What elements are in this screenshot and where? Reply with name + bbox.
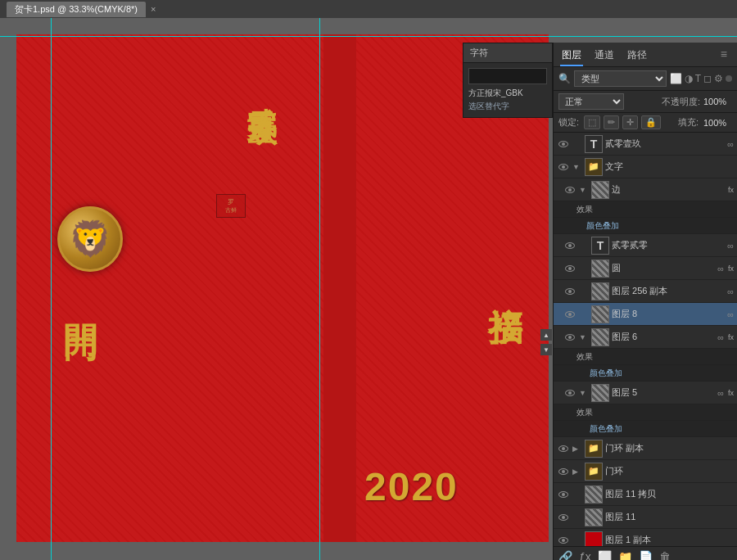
select-range-option[interactable]: 选区替代字 (468, 101, 547, 112)
layer-item[interactable]: ▼ 📁 文字 (554, 156, 737, 178)
layer-visibility-toggle[interactable] (563, 262, 576, 275)
layer-expand-toggle[interactable]: ▶ (572, 445, 582, 453)
layer-smart-icon: ∞ (727, 309, 734, 319)
layer-fx-icon: fx (728, 333, 734, 341)
fill-value[interactable]: 100% (703, 118, 732, 128)
lock-icons: ⬚ ✏ ✛ 🔒 (584, 115, 661, 129)
layer-visibility-toggle[interactable] (563, 285, 576, 298)
link-layers-button[interactable]: 🔗 (558, 550, 572, 560)
document-canvas: 贰零壹玖 罗 古鲜 🦁 開門 接福 2020 字符 方正报宋_GBK 选区替代字 (0, 18, 737, 560)
tab-close-button[interactable]: × (151, 4, 156, 14)
layer-item[interactable]: 图层 11 拷贝 (554, 483, 737, 506)
door-knocker-face-icon: 🦁 (69, 222, 111, 256)
lock-label: 锁定: (558, 116, 579, 129)
layer-name-label: 图层 6 (612, 331, 715, 343)
layer-expand-toggle[interactable]: ▼ (572, 163, 582, 171)
card-front: 贰零壹玖 罗 古鲜 🦁 開門 (16, 34, 328, 542)
title-bar: 贺卡1.psd @ 33.3%(CMYK/8*) × (0, 0, 737, 18)
layer-item[interactable]: 图层 256 副本 ∞ (554, 280, 737, 303)
layer-effect-header: 效果 (554, 201, 737, 218)
layer-visibility-toggle[interactable] (563, 239, 576, 252)
layer-item[interactable]: ▶ 📁 门环 (554, 460, 737, 483)
layer-visibility-toggle[interactable] (563, 183, 576, 196)
layer-thumbnail: 📁 (585, 158, 603, 176)
layer-fx-icon: fx (728, 186, 734, 194)
create-layer-button[interactable]: 📄 (639, 550, 653, 560)
card-year-text: 贰零壹玖 (246, 84, 278, 97)
layer-visibility-toggle[interactable] (557, 465, 570, 478)
layer-item[interactable]: T 贰零贰零 ∞ (554, 234, 737, 257)
layer-name-label: 图层 8 (612, 308, 725, 320)
font-name-label: 方正报宋_GBK (468, 88, 547, 99)
layers-bottom-toolbar: 🔗 ƒx ⬜ 📁 📄 🗑 (554, 546, 737, 560)
layer-item[interactable]: 图层 11 (554, 506, 737, 529)
layer-expand-toggle[interactable]: ▼ (579, 333, 589, 341)
document-tab[interactable]: 贺卡1.psd @ 33.3%(CMYK/8*) (7, 2, 146, 17)
door-knocker-circle: 🦁 (57, 206, 123, 272)
blend-mode-select[interactable]: 正常 (558, 93, 624, 110)
layer-smart-icon: ∞ (727, 287, 734, 296)
fill-label: 填充: (678, 116, 699, 129)
filter-shape-icon[interactable]: ◻ (703, 73, 712, 84)
layer-smart-icon: ∞ (727, 139, 734, 149)
filter-smart-icon[interactable]: ⚙ (714, 73, 723, 84)
color-overlay-label: 颜色叠加 (590, 368, 622, 379)
panel-close-button[interactable]: ≡ (717, 46, 730, 66)
tab-channels[interactable]: 通道 (593, 46, 616, 66)
add-style-button[interactable]: ƒx (579, 550, 591, 560)
layer-expand-toggle[interactable]: ▼ (579, 389, 589, 397)
card-right-2020-text: 2020 (364, 464, 459, 509)
layer-thumbnail (585, 531, 603, 547)
layer-filter-icons: ⬜ ◑ T ◻ ⚙ (670, 73, 732, 84)
add-mask-button[interactable]: ⬜ (598, 550, 612, 560)
lock-position-btn[interactable]: ✛ (622, 115, 638, 129)
tab-paths[interactable]: 路径 (626, 46, 649, 66)
layer-effect-header: 效果 (554, 349, 737, 365)
scroll-up-arrow[interactable]: ▲ (540, 329, 552, 341)
scroll-arrows: ▲ ▼ (540, 329, 552, 355)
tab-layers[interactable]: 图层 (560, 46, 583, 66)
layer-type-filter[interactable]: 类型 (574, 70, 667, 87)
create-group-button[interactable]: 📁 (618, 550, 632, 560)
color-overlay-label: 颜色叠加 (586, 220, 619, 232)
filter-pixel-icon[interactable]: ⬜ (670, 73, 682, 84)
delete-layer-button[interactable]: 🗑 (659, 550, 671, 560)
layer-visibility-toggle[interactable] (557, 442, 570, 455)
layer-name-label: 文字 (605, 160, 734, 173)
layer-visibility-toggle[interactable] (557, 160, 570, 174)
layer-lock-row: 锁定: ⬚ ✏ ✛ 🔒 填充: 100% (554, 113, 737, 133)
layer-item[interactable]: ▼ 边 fx (554, 178, 737, 201)
layer-visibility-toggle[interactable] (563, 386, 576, 400)
layer-thumbnail: T (591, 237, 609, 255)
filter-text-icon[interactable]: T (695, 73, 701, 84)
layer-name-label: 门环 (605, 465, 734, 477)
layer-visibility-toggle[interactable] (563, 331, 576, 344)
layer-item[interactable]: ▶ 📁 门环 副本 (554, 437, 737, 460)
card-stamp: 罗 古鲜 (216, 194, 246, 218)
layer-visibility-toggle[interactable] (557, 534, 570, 547)
lock-all-btn[interactable]: 🔒 (641, 115, 661, 129)
layer-smart-icon: ∞ (717, 332, 724, 342)
lock-transparent-btn[interactable]: ⬚ (584, 115, 600, 129)
layer-item[interactable]: ▼ 图层 6 ∞ fx (554, 326, 737, 349)
layer-visibility-toggle[interactable] (557, 488, 570, 501)
filter-adjust-icon[interactable]: ◑ (685, 73, 693, 84)
scroll-down-arrow[interactable]: ▼ (540, 344, 552, 355)
filter-toggle-dot[interactable] (726, 75, 732, 82)
layer-expand-toggle[interactable]: ▼ (579, 186, 589, 194)
layer-item[interactable]: T 贰零壹玖 ∞ (554, 133, 737, 156)
opacity-value[interactable]: 100% (703, 97, 732, 106)
layer-search-row: 🔍 类型 ⬜ ◑ T ◻ ⚙ (554, 67, 737, 91)
layer-visibility-toggle[interactable] (557, 138, 570, 151)
lock-paint-btn[interactable]: ✏ (604, 115, 619, 129)
layer-visibility-toggle[interactable] (557, 511, 570, 524)
layer-expand-toggle[interactable]: ▶ (572, 467, 582, 476)
layer-name-label: 图层 11 (605, 511, 734, 523)
layer-item[interactable]: ▼ 图层 5 ∞ fx (554, 382, 737, 404)
layer-thumbnail (591, 260, 609, 278)
layer-item[interactable]: 图层 1 副本 (554, 529, 737, 546)
layer-fx-icon: fx (728, 389, 734, 397)
layer-item[interactable]: 圆 ∞ fx (554, 257, 737, 280)
layer-visibility-toggle[interactable] (563, 308, 576, 321)
layer-item[interactable]: 图层 8 ∞ (554, 303, 737, 326)
